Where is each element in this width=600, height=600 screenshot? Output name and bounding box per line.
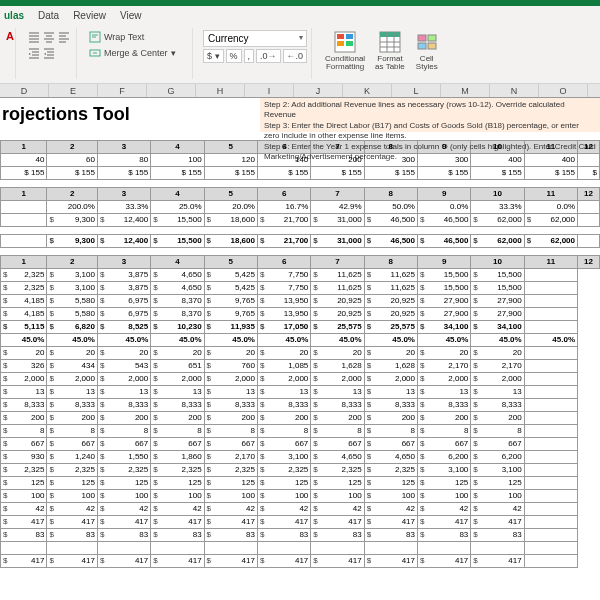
number-format-dropdown[interactable]: Currency	[203, 30, 307, 47]
conditional-formatting-button[interactable]: Conditional Formatting	[322, 30, 368, 77]
format-as-table-button[interactable]: Format as Table	[372, 30, 408, 77]
increase-decimal-button[interactable]: .0→	[256, 49, 281, 63]
svg-rect-6	[346, 41, 353, 46]
indent-group[interactable]	[26, 46, 72, 60]
svg-rect-4	[346, 34, 353, 39]
merge-center-button[interactable]: Merge & Center ▾	[87, 46, 188, 60]
font-color-button[interactable]: A	[6, 30, 11, 42]
percent-button[interactable]: %	[226, 49, 242, 63]
svg-rect-9	[418, 35, 426, 41]
instructions-box: Step 2: Add additional Revenue lines as …	[260, 98, 600, 132]
currency-button[interactable]: $ ▾	[203, 49, 224, 63]
page-title: rojections Tool	[0, 98, 260, 132]
ribbon: A Wrap Text Merge & Center ▾ Currency $ …	[0, 24, 600, 84]
menu-view[interactable]: View	[120, 10, 142, 21]
comma-button[interactable]: ,	[244, 49, 255, 63]
align-group[interactable]	[26, 30, 72, 44]
menu-bar: ulas Data Review View	[0, 6, 600, 24]
data-table[interactable]: 123456789101112 406080100120140200300300…	[0, 132, 600, 568]
column-headers: D E F G H I J K L M N O	[0, 84, 600, 98]
wrap-text-button[interactable]: Wrap Text	[87, 30, 188, 44]
svg-rect-3	[337, 34, 344, 39]
svg-rect-8	[380, 32, 400, 37]
menu-formulas[interactable]: ulas	[4, 10, 24, 21]
svg-rect-11	[418, 43, 426, 49]
spreadsheet-body[interactable]: rojections Tool Step 2: Add additional R…	[0, 98, 600, 568]
svg-rect-5	[337, 41, 344, 46]
decrease-decimal-button[interactable]: ←.0	[283, 49, 308, 63]
cell-styles-button[interactable]: Cell Styles	[412, 30, 442, 77]
svg-rect-10	[428, 35, 436, 41]
menu-review[interactable]: Review	[73, 10, 106, 21]
svg-rect-12	[428, 43, 436, 49]
menu-data[interactable]: Data	[38, 10, 59, 21]
